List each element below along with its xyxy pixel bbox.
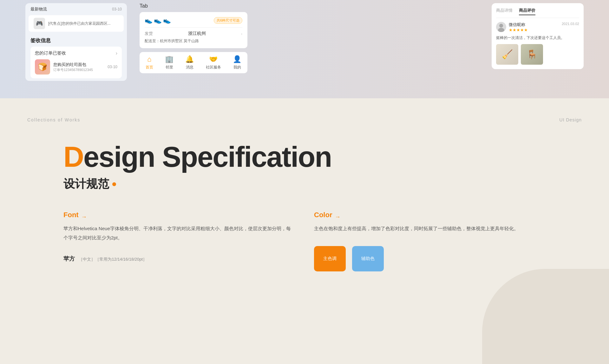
- review-image-2: 🪑: [521, 44, 543, 65]
- color-title-text: Color: [314, 211, 332, 219]
- sub-title: 设计规范: [63, 176, 546, 192]
- reviewer-avatar: [496, 22, 506, 32]
- shoe-icon-2: 👟: [154, 16, 162, 24]
- sub-title-dot: [112, 182, 116, 186]
- tab-product-review[interactable]: 商品评价: [519, 8, 535, 15]
- review-image-1: 🧹: [496, 44, 518, 65]
- font-column: Font 苹方和Helvetica Neue字体棱角分明、干净利落，文字的对比采…: [63, 211, 295, 271]
- ui-design-label: UI Design: [560, 117, 582, 122]
- sign-product-image: 🍞: [35, 59, 50, 75]
- review-meta: 微信昵称 ★★★★★: [509, 22, 559, 32]
- size-badge: 共6种尺寸可选: [214, 17, 242, 24]
- main-title: Design Specification: [63, 143, 546, 171]
- tab-nav-bar: ⌂ 首页 🏢 邻里 🔔 消息 🤝 社区服务 👤 我的: [140, 52, 247, 73]
- handshake-icon: 🤝: [209, 55, 218, 63]
- tab-nav-message[interactable]: 🔔 消息: [185, 55, 194, 70]
- reviewer-name: 微信昵称: [509, 22, 559, 28]
- color-description: 主色在饱和度上有些提高，增加了色彩对比度，同时拓展了一些辅助色，整体视觉上更具年…: [314, 224, 546, 233]
- shoe-icon-1: 👟: [145, 16, 153, 24]
- tab-section-label: Tab: [140, 3, 247, 9]
- sign-order: 🍞 您购买的吐司面包 订单号123456789012345 03-10: [35, 59, 117, 75]
- tab-nav-home-label: 首页: [146, 65, 153, 70]
- logistics-text: [代售点]您的快件已由方家花园西区...: [48, 21, 111, 26]
- font-arrow-icon: [81, 212, 89, 218]
- home-icon: ⌂: [147, 55, 151, 63]
- color-arrow-icon: [335, 212, 342, 218]
- main-title-rest: esign Specification: [83, 141, 331, 173]
- tab-panel: Tab 👟 👟 👟 共6种尺寸可选 发货 浙江杭州 › 配送至：杭州市拱墅区 莫…: [140, 3, 247, 73]
- review-tabs: 商品详情 商品评价: [496, 8, 579, 18]
- primary-color-swatch: 主色调: [314, 246, 346, 271]
- logistics-date: 03-10: [112, 7, 122, 11]
- divider: [145, 27, 242, 28]
- sign-product-name: 您购买的吐司面包: [53, 62, 93, 68]
- review-panel: 商品详情 商品评价 微信昵称 ★★★★★ 2021.03.02 挺棒的一次清洁，…: [492, 3, 584, 69]
- sign-card: 您的订单已签收 › 🍞 您购买的吐司面包 订单号123456789012345 …: [30, 47, 122, 78]
- from-city: 浙江杭州: [188, 31, 206, 36]
- sign-date: 03-10: [108, 65, 117, 69]
- collections-label: Collections of Works: [27, 117, 80, 122]
- review-stars: ★★★★★: [509, 28, 559, 32]
- sign-section: 签收信息 您的订单已签收 › 🍞 您购买的吐司面包 订单号12345678901…: [25, 35, 127, 81]
- top-section: 最新物流 03-10 🎮 [代售点]您的快件已由方家花园西区... 签收信息 您…: [0, 0, 609, 98]
- color-column: Color 主色在饱和度上有些提高，增加了色彩对比度，同时拓展了一些辅助色，整体…: [314, 211, 546, 271]
- sign-section-title: 签收信息: [30, 37, 122, 44]
- delivery-arrow-icon: ›: [241, 31, 242, 36]
- delivery-row-top: 👟 👟 👟 共6种尺寸可选: [145, 16, 242, 24]
- secondary-swatch-label: 辅助色: [361, 256, 375, 262]
- logistics-panel: 最新物流 03-10 🎮 [代售点]您的快件已由方家花园西区... 签收信息 您…: [25, 3, 127, 81]
- logistics-icon: 🎮: [34, 18, 45, 29]
- delivery-from-row: 发货 浙江杭州 ›: [145, 31, 242, 36]
- sign-order-info: 您购买的吐司面包 订单号123456789012345: [53, 62, 93, 72]
- spec-grid: Font 苹方和Helvetica Neue字体棱角分明、干净利落，文字的对比采…: [63, 211, 546, 271]
- building-icon: 🏢: [165, 55, 174, 63]
- sign-arrow-icon: ›: [116, 50, 117, 56]
- person-icon: 👤: [233, 55, 241, 63]
- review-images: 🧹 🪑: [496, 44, 579, 65]
- bg-decor: [482, 269, 609, 364]
- review-text: 挺棒的一次清洁，下次还要这个工人员。: [496, 35, 579, 41]
- tab-nav-profile-label: 我的: [233, 65, 241, 70]
- sign-status: 您的订单已签收 ›: [35, 50, 117, 56]
- primary-swatch-label: 主色调: [323, 256, 337, 262]
- from-label: 发货: [145, 31, 153, 36]
- review-date: 2021.03.02: [562, 22, 579, 26]
- sign-order-num: 订单号123456789012345: [53, 68, 93, 72]
- delivery-card: 👟 👟 👟 共6种尺寸可选 发货 浙江杭州 › 配送至：杭州市拱墅区 莫干山路: [140, 12, 247, 48]
- color-section-title: Color: [314, 211, 546, 219]
- shoe-icon-3: 👟: [163, 16, 171, 24]
- bell-icon: 🔔: [185, 55, 194, 63]
- tab-nav-community-label: 社区服务: [206, 65, 221, 70]
- shoe-icons: 👟 👟 👟: [145, 16, 171, 24]
- tab-nav-profile[interactable]: 👤 我的: [233, 55, 241, 70]
- font-sample-label: 苹方: [63, 256, 75, 262]
- logistics-item: 🎮 [代售点]您的快件已由方家花园西区...: [29, 15, 124, 32]
- color-swatches: 主色调 辅助色: [314, 246, 546, 271]
- design-spec-section: Collections of Works UI Design Design Sp…: [0, 98, 609, 364]
- tab-nav-community[interactable]: 🤝 社区服务: [206, 55, 221, 70]
- tab-nav-neighbor[interactable]: 🏢 邻里: [165, 55, 174, 70]
- tab-product-detail[interactable]: 商品详情: [496, 8, 513, 15]
- sign-status-text: 您的订单已签收: [35, 50, 66, 56]
- secondary-color-swatch: 辅助色: [352, 246, 384, 271]
- logistics-title: 最新物流: [30, 6, 47, 12]
- logistics-header: 最新物流 03-10: [25, 3, 127, 15]
- svg-point-1: [498, 28, 504, 32]
- font-sample-row: 苹方 ［中文］［常用为12/14/16/18/20pt］: [63, 255, 295, 263]
- font-sample-meta: ［中文］［常用为12/14/16/18/20pt］: [79, 257, 147, 262]
- main-title-highlight: D: [63, 141, 83, 173]
- sub-title-text: 设计规范: [63, 176, 109, 192]
- tab-nav-neighbor-label: 邻里: [166, 65, 173, 70]
- tab-nav-home[interactable]: ⌂ 首页: [146, 55, 153, 70]
- font-description: 苹方和Helvetica Neue字体棱角分明、干净利落，文字的对比采用粗细大小…: [63, 224, 295, 242]
- review-header: 微信昵称 ★★★★★ 2021.03.02: [496, 22, 579, 32]
- tab-nav-message-label: 消息: [186, 65, 193, 70]
- font-section-title: Font: [63, 211, 295, 219]
- delivery-to: 配送至：杭州市拱墅区 莫干山路: [145, 38, 242, 44]
- svg-point-0: [499, 24, 503, 28]
- font-title-text: Font: [63, 211, 79, 219]
